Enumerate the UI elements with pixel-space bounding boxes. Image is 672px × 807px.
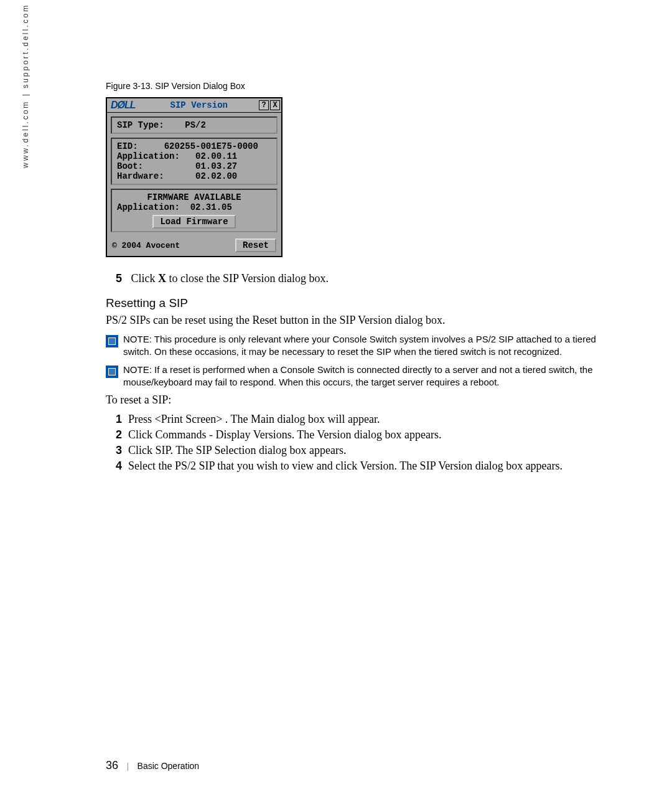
step-5-number: 5 [106, 272, 122, 285]
page-section-name: Basic Operation [138, 761, 200, 771]
sip-version-dialog: DØLL SIP Version ? X SIP Type: PS/2 EID:… [106, 97, 282, 257]
note-2-label: NOTE: [123, 364, 154, 375]
dialog-title: SIP Version [139, 100, 259, 110]
figure-caption: Figure 3-13. SIP Version Dialog Box [106, 81, 622, 91]
note-2: NOTE: If a reset is performed when a Con… [106, 364, 622, 389]
step-text: Press <Print Screen> . The Main dialog b… [128, 413, 622, 426]
to-reset-text: To reset a SIP: [106, 394, 622, 407]
app-value: 02.00.11 [195, 151, 237, 161]
section-heading: Resetting a SIP [106, 296, 622, 310]
close-button[interactable]: X [270, 100, 280, 110]
separator-icon: | [127, 761, 129, 771]
dialog-footer: © 2004 Avocent Reset [107, 236, 281, 256]
load-firmware-button[interactable]: Load Firmware [152, 215, 235, 229]
version-info-panel: EID: 620255-001E75-0000 Application: 02.… [111, 138, 278, 185]
step-text: Select the PS/2 SIP that you wish to vie… [128, 460, 622, 473]
step-5-post: to close the SIP Version dialog box. [166, 272, 329, 285]
page-number: 36 [106, 759, 118, 772]
help-button[interactable]: ? [259, 100, 269, 110]
step-5-bold: X [158, 272, 166, 285]
step-number: 1 [106, 413, 122, 426]
fw-app-value: 02.31.05 [190, 202, 232, 212]
note-1-label: NOTE: [123, 334, 154, 344]
boot-value: 01.03.27 [195, 161, 237, 171]
eid-label: EID: [117, 141, 138, 151]
step-number: 4 [106, 460, 122, 473]
copyright-text: © 2004 Avocent [112, 241, 180, 250]
page-footer: 36 | Basic Operation [106, 759, 199, 772]
note-icon [106, 366, 118, 378]
app-label: Application: [117, 151, 180, 161]
sip-type-panel: SIP Type: PS/2 [111, 116, 278, 134]
note-1: NOTE: This procedure is only relevant wh… [106, 333, 622, 359]
step-text: Click SIP. The SIP Selection dialog box … [128, 444, 622, 457]
dialog-titlebar: DØLL SIP Version ? X [107, 98, 281, 113]
firmware-header: FIRMWARE AVAILABLE [117, 192, 271, 202]
reset-steps-list: 1Press <Print Screen> . The Main dialog … [106, 413, 622, 473]
list-item: 1Press <Print Screen> . The Main dialog … [106, 413, 622, 426]
sip-type-value: PS/2 [185, 120, 206, 130]
step-text: Click Commands - Display Versions. The V… [128, 428, 622, 441]
firmware-panel: FIRMWARE AVAILABLE Application: 02.31.05… [111, 189, 278, 232]
intro-text: PS/2 SIPs can be reset using the Reset b… [106, 314, 622, 327]
eid-value: 620255-001E75-0000 [164, 141, 258, 151]
step-number: 2 [106, 428, 122, 441]
note-2-body: If a reset is performed when a Console S… [123, 364, 593, 387]
hw-value: 02.02.00 [195, 171, 237, 181]
boot-label: Boot: [117, 161, 143, 171]
dell-logo: DØLL [107, 100, 139, 111]
step-5: 5 Click X to close the SIP Version dialo… [106, 272, 622, 285]
side-url-text: www.dell.com | support.dell.com [21, 4, 30, 168]
list-item: 3Click SIP. The SIP Selection dialog box… [106, 444, 622, 457]
list-item: 4Select the PS/2 SIP that you wish to vi… [106, 460, 622, 473]
step-5-pre: Click [131, 272, 159, 285]
list-item: 2Click Commands - Display Versions. The … [106, 428, 622, 441]
page-content: Figure 3-13. SIP Version Dialog Box DØLL… [106, 81, 622, 476]
sip-type-label: SIP Type: [117, 120, 164, 130]
hw-label: Hardware: [117, 171, 164, 181]
note-1-body: This procedure is only relevant where yo… [123, 334, 596, 357]
note-icon [106, 335, 118, 347]
fw-app-label: Application: [117, 202, 180, 212]
reset-button[interactable]: Reset [235, 238, 276, 252]
step-number: 3 [106, 444, 122, 457]
